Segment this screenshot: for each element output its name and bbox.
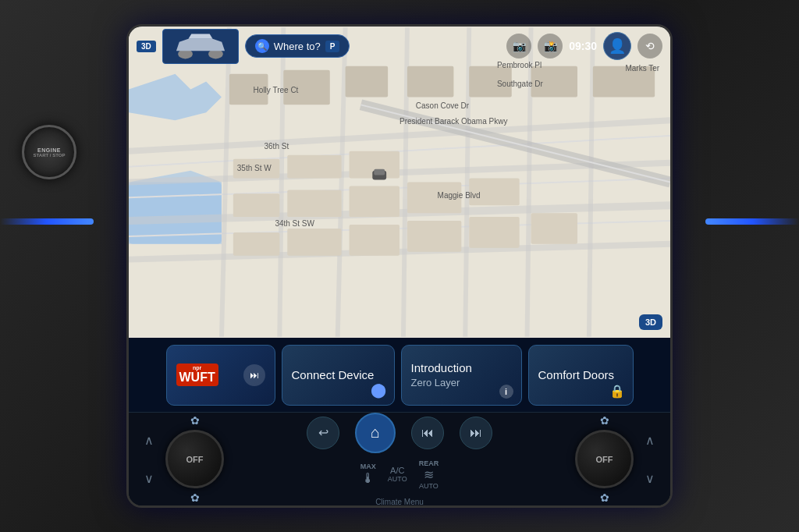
search-bar[interactable]: 🔍 Where to? P [245,34,350,58]
bt-symbol: ⌬ [374,382,385,397]
badge-3d[interactable]: 3D [137,41,156,52]
center-top-row: ↩ ⌂ ⏮ ⏭ [307,413,492,453]
connect-device-widget[interactable]: Connect Device ⬤ ⌬ [282,345,395,406]
right-arrows: ∧ ∨ [645,433,655,486]
svg-rect-35 [407,66,453,98]
radio-station: WUFT [179,371,215,385]
widget-strip: npr WUFT ⏭ Connect Device ⬤ ⌬ Introducti… [129,338,670,412]
npr-label: npr [179,365,215,371]
road-label-34th: 34th St SW [275,219,314,228]
parking-badge[interactable]: P [325,41,340,52]
svg-rect-27 [287,229,341,256]
nav-icon-btn[interactable]: ⟲ [637,34,662,59]
svg-rect-29 [407,221,461,252]
car-silhouette-svg [169,33,232,60]
center-controls: ↩ ⌂ ⏮ ⏭ MAX [307,413,492,506]
road-label-35th: 35th St W [237,164,272,172]
search-icon: 🔍 [255,39,269,53]
svg-rect-34 [346,66,389,98]
svg-rect-30 [469,217,519,248]
center-bottom-row: MAX 🌡 A/C AUTO REAR ≋ AUTO [360,459,439,490]
back-icon: ↩ [318,425,328,440]
road-label-southgate: Southgate Dr [497,80,543,88]
badge-3d-bottom[interactable]: 3D [639,314,662,330]
comfort-doors-widget[interactable]: Comfort Doors 🔒 [528,345,634,406]
svg-rect-23 [350,186,400,217]
svg-rect-19 [287,155,341,179]
prev-track-button[interactable]: ⏮ [411,417,444,449]
intro-zero-layer-widget[interactable]: Introduction Zero Layer i [401,345,522,406]
svg-rect-31 [531,213,577,244]
camera-icon-btn[interactable]: 📷 [506,34,531,59]
controls-bar: ∧ ∨ ✿ OFF ✿ ↩ [129,412,670,505]
temp-icon: 🌡 [360,470,376,487]
road-label-holly: Holly Tree Ct [254,86,299,94]
car-surround: ENGINE START / STOP [0,0,799,532]
left-up-arrow[interactable]: ∧ [144,433,154,448]
road-label-obama: President Barack Obama Pkwy [400,117,507,126]
right-knob[interactable]: OFF [575,430,634,488]
play-next-btn[interactable]: ⏭ [243,364,265,386]
svg-rect-21 [233,193,279,217]
fan-icon-right: ✿ [600,414,609,427]
prev-icon: ⏮ [421,426,434,440]
svg-rect-28 [350,225,400,256]
engine-label: ENGINE [37,147,61,153]
right-knob-group: ✿ OFF ✿ ∧ ∨ [575,414,655,504]
back-button[interactable]: ↩ [307,417,339,449]
intro-subtitle: Zero Layer [411,377,512,388]
engine-button[interactable]: ENGINE START / STOP [22,125,76,179]
radio-widget[interactable]: npr WUFT ⏭ [166,345,275,406]
avatar-btn[interactable]: 👤 [603,32,631,60]
connect-device-title: Connect Device [292,368,385,382]
search-placeholder: Where to? [274,41,321,52]
next-icon: ⏭ [470,426,482,440]
map-svg [129,27,670,338]
fan-icon-left-bottom: ✿ [190,491,200,504]
auto-label-right: AUTO [419,482,439,490]
ac-label: A/C [388,466,407,475]
max-label: MAX [360,463,376,470]
svg-rect-22 [287,190,341,217]
auto-label-left: AUTO [388,475,407,483]
blue-accent-left [0,218,94,225]
screen-inner: Holly Tree Ct Pembrook Pl Southgate Dr M… [129,27,670,505]
car-thumbnail[interactable] [162,29,239,64]
time-display: 09:30 [569,40,597,52]
fan-icon-right-bottom: ✿ [600,491,609,504]
fan-icon-left: ✿ [190,414,200,427]
left-down-arrow[interactable]: ∨ [144,471,154,486]
comfort-lock-icon: 🔒 [609,384,625,399]
intro-title: Introduction [411,361,512,375]
right-up-arrow[interactable]: ∧ [645,433,655,448]
engine-sublabel: START / STOP [34,153,66,158]
road-label-cason: Cason Cove Dr [416,101,469,110]
screen-container: Holly Tree Ct Pembrook Pl Southgate Dr M… [126,24,673,508]
top-right-controls: 📷 📸 09:30 👤 ⟲ [506,32,662,60]
radio-logo: npr WUFT [176,364,218,386]
rear-icon: ≋ [419,467,439,482]
top-bar: 3D 🔍 W [129,27,670,66]
map-area[interactable]: Holly Tree Ct Pembrook Pl Southgate Dr M… [129,27,670,338]
road-label-36th: 36th St [265,142,289,151]
right-knob-label: OFF [596,455,613,464]
home-button[interactable]: ⌂ [355,413,396,453]
info-icon[interactable]: i [499,385,513,399]
left-knob-label: OFF [186,455,204,464]
top-left-controls: 3D 🔍 W [137,29,350,64]
right-down-arrow[interactable]: ∨ [645,471,655,486]
comfort-title: Comfort Doors [538,368,623,382]
home-icon: ⌂ [371,424,380,442]
climate-label[interactable]: Climate Menu [375,498,424,506]
next-track-button[interactable]: ⏭ [460,417,492,449]
svg-rect-26 [233,232,279,256]
svg-rect-40 [374,169,385,176]
left-knob[interactable]: OFF [165,430,224,488]
photo-icon-btn[interactable]: 📸 [538,34,563,59]
road-label-maggie: Maggie Blvd [438,191,481,200]
blue-accent-right [705,218,799,225]
rear-label: REAR [419,459,439,467]
left-arrows: ∧ ∨ [144,433,154,486]
left-knob-group: ∧ ∨ ✿ OFF ✿ [144,414,224,504]
